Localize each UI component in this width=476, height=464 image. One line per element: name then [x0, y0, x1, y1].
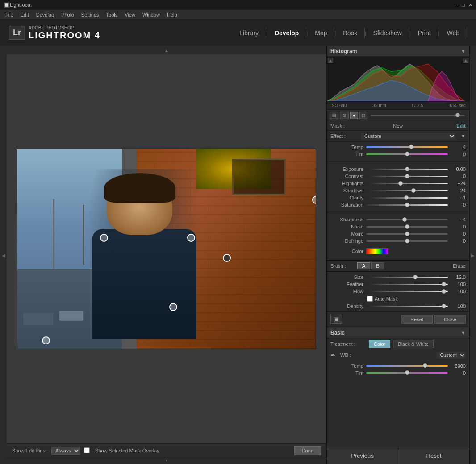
noise-slider[interactable]	[366, 226, 448, 228]
brush-b-button[interactable]: B	[371, 262, 384, 269]
panel-down-arrow[interactable]: ▼	[165, 459, 168, 463]
sharpness-thumb[interactable]	[402, 217, 407, 222]
view-square-btn[interactable]: □	[359, 112, 367, 119]
saturation-label: Saturation	[330, 202, 366, 207]
highlights-slider[interactable]	[366, 183, 448, 184]
right-panel-toggle[interactable]: ▶	[469, 46, 476, 464]
defringe-thumb[interactable]	[405, 239, 409, 243]
edit-pins-select[interactable]: Always	[51, 447, 80, 455]
clarity-slider[interactable]	[366, 197, 448, 199]
brush-a-button[interactable]: A	[357, 262, 370, 269]
brush-erase-button[interactable]: Erase	[453, 263, 466, 269]
edit-pin-2[interactable]	[187, 234, 195, 242]
contrast-slider[interactable]	[366, 176, 448, 177]
previous-button[interactable]: Previous	[327, 447, 398, 464]
effect-expand-icon[interactable]: ▼	[461, 133, 466, 139]
saturation-thumb[interactable]	[405, 203, 409, 207]
view-circle-btn[interactable]: ●	[350, 112, 358, 119]
exposure-slider[interactable]	[366, 169, 448, 170]
basic-tint-slider[interactable]	[366, 372, 448, 374]
feather-thumb[interactable]	[442, 282, 446, 286]
menu-tools[interactable]: Tools	[103, 11, 121, 18]
menu-develop[interactable]: Develop	[33, 11, 58, 18]
edit-pin-1[interactable]	[100, 234, 108, 242]
basic-tint-thumb[interactable]	[405, 370, 409, 375]
sharpness-slider[interactable]	[366, 219, 448, 220]
tab-slideshow[interactable]: Slideshow	[366, 28, 409, 38]
tab-library[interactable]: Library	[232, 28, 266, 38]
overlay-checkbox[interactable]	[84, 447, 90, 453]
defringe-slider[interactable]	[366, 240, 448, 242]
tint-thumb[interactable]	[405, 152, 409, 156]
bw-treatment-button[interactable]: Black & White	[393, 340, 433, 348]
eyedropper-icon[interactable]: ✒	[330, 352, 336, 359]
moire-thumb[interactable]	[405, 232, 409, 236]
mask-edit-button[interactable]: Edit	[456, 123, 466, 128]
exposure-thumb[interactable]	[405, 167, 409, 171]
view-slider-track[interactable]	[371, 115, 465, 116]
close-button[interactable]: Close	[434, 315, 466, 324]
menu-window[interactable]: Window	[139, 11, 163, 18]
basic-dropdown-icon[interactable]: ▼	[461, 330, 466, 336]
noise-thumb[interactable]	[405, 224, 409, 229]
tint-slider[interactable]	[366, 153, 448, 155]
histogram-dropdown-icon[interactable]: ▼	[461, 49, 466, 54]
wb-select[interactable]: Custom	[436, 352, 466, 359]
bottom-reset-button[interactable]: Reset	[398, 447, 469, 464]
contrast-thumb[interactable]	[405, 174, 409, 178]
basic-temp-thumb[interactable]	[423, 363, 427, 368]
tab-map[interactable]: Map	[308, 28, 334, 38]
menu-settings[interactable]: Settings	[78, 11, 103, 18]
density-slider[interactable]	[366, 306, 448, 307]
tab-web[interactable]: Web	[439, 28, 467, 38]
basic-temp-slider[interactable]	[366, 365, 448, 367]
close-icon[interactable]: ✕	[468, 2, 472, 8]
feather-slider[interactable]	[366, 284, 448, 285]
highlights-thumb[interactable]	[398, 181, 403, 186]
view-grid-btn[interactable]: ⊞	[330, 112, 338, 119]
effect-select[interactable]: Custom	[361, 133, 455, 140]
edit-pin-3[interactable]	[223, 254, 231, 262]
flow-thumb[interactable]	[442, 289, 446, 294]
view-loupe-btn[interactable]: ⊙	[340, 112, 349, 119]
histogram-highlight-clip[interactable]: ▲	[463, 58, 468, 63]
left-panel-toggle[interactable]: ◀	[0, 46, 7, 464]
menu-edit[interactable]: Edit	[17, 11, 33, 18]
reset-button[interactable]: Reset	[401, 315, 433, 324]
color-treatment-button[interactable]: Color	[369, 340, 390, 348]
tab-develop[interactable]: Develop	[267, 28, 306, 38]
basic-tint-row: Tint 0	[327, 369, 469, 377]
menu-view[interactable]: View	[121, 11, 139, 18]
density-thumb[interactable]	[442, 304, 446, 308]
temp-slider[interactable]	[366, 146, 448, 148]
clarity-thumb[interactable]	[404, 195, 409, 200]
panel-up-arrow[interactable]: ▲	[164, 48, 169, 53]
mask-new-button[interactable]: New	[393, 123, 403, 128]
shadows-slider[interactable]	[366, 190, 448, 191]
histogram-shadow-clip[interactable]: ▲	[328, 58, 333, 63]
small-icon-button[interactable]: ▣	[330, 315, 342, 324]
brush-sliders: Size 12.0 Feather 100 Flow 100	[327, 272, 469, 311]
menu-file[interactable]: File	[2, 11, 17, 18]
edit-pin-5[interactable]	[42, 336, 50, 344]
minimize-icon[interactable]: ─	[455, 2, 459, 8]
color-swatch[interactable]	[366, 248, 388, 254]
edit-pin-4[interactable]	[169, 303, 177, 311]
detail-sliders: Sharpness −4 Noise 0 Moiré 0	[327, 214, 469, 246]
temp-thumb[interactable]	[409, 145, 413, 149]
menu-photo[interactable]: Photo	[58, 11, 78, 18]
shadows-thumb[interactable]	[411, 188, 416, 193]
moire-value: 0	[448, 231, 466, 236]
moire-slider[interactable]	[366, 233, 448, 235]
maximize-icon[interactable]: □	[462, 2, 465, 8]
tab-book[interactable]: Book	[336, 28, 365, 38]
view-slider-thumb[interactable]	[455, 113, 460, 117]
size-slider[interactable]	[366, 277, 448, 278]
auto-mask-checkbox[interactable]	[367, 296, 373, 302]
saturation-slider[interactable]	[366, 204, 448, 206]
tab-print[interactable]: Print	[411, 28, 438, 38]
size-thumb[interactable]	[413, 275, 418, 279]
done-button[interactable]: Done	[294, 446, 321, 455]
menu-help[interactable]: Help	[163, 11, 181, 18]
flow-slider[interactable]	[366, 291, 448, 292]
